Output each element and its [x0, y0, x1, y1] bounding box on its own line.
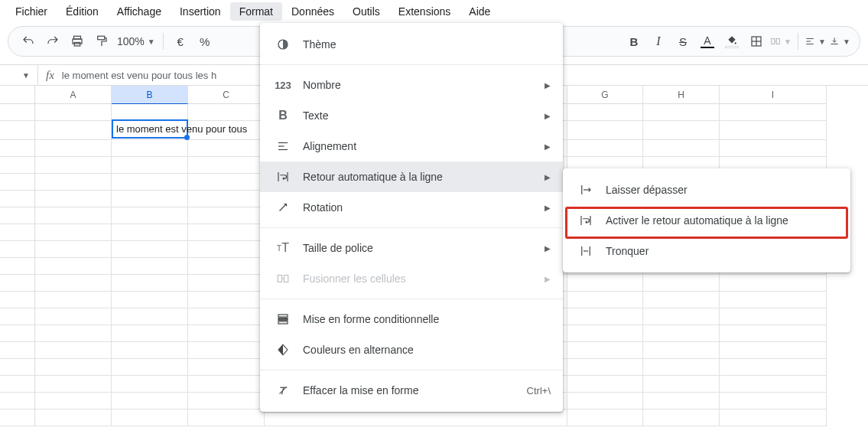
redo-button[interactable]	[42, 31, 63, 52]
row-header[interactable]	[0, 191, 35, 207]
cell[interactable]	[35, 207, 112, 224]
row-header[interactable]	[0, 121, 35, 140]
cell[interactable]	[720, 140, 827, 157]
cell[interactable]	[188, 275, 265, 292]
cell[interactable]	[188, 157, 265, 174]
row-header[interactable]	[0, 174, 35, 191]
cell[interactable]	[188, 342, 265, 359]
column-header-i[interactable]: I	[720, 86, 827, 104]
cell[interactable]	[188, 376, 265, 393]
undo-button[interactable]	[18, 31, 39, 52]
cell[interactable]	[35, 376, 112, 393]
cell[interactable]	[188, 308, 265, 325]
text-color-button[interactable]: A	[697, 31, 718, 52]
menu-insert[interactable]: Insertion	[171, 2, 230, 21]
print-button[interactable]	[67, 31, 88, 52]
cell[interactable]	[188, 224, 265, 241]
cell[interactable]	[567, 325, 643, 342]
zoom-dropdown[interactable]: 100%▼	[114, 35, 158, 47]
menu-item-wrapping[interactable]: Retour automatique à la ligne ▶	[260, 162, 563, 192]
cell[interactable]	[35, 241, 112, 258]
cell[interactable]	[643, 393, 720, 409]
cell[interactable]	[720, 409, 827, 426]
cell[interactable]	[720, 342, 827, 359]
cell[interactable]	[112, 241, 188, 258]
row-header[interactable]	[0, 308, 35, 325]
cell[interactable]	[720, 308, 827, 325]
menu-edit[interactable]: Édition	[57, 2, 108, 21]
cell[interactable]	[643, 342, 720, 359]
format-percent-button[interactable]: %	[194, 31, 216, 52]
cell[interactable]	[720, 393, 827, 409]
menu-tools[interactable]: Outils	[343, 2, 389, 21]
menu-item-rotation[interactable]: Rotation ▶	[260, 192, 563, 223]
row-header[interactable]	[0, 140, 35, 157]
cell[interactable]	[720, 376, 827, 393]
cell[interactable]	[112, 359, 188, 376]
cell[interactable]	[112, 104, 188, 121]
cell[interactable]	[35, 325, 112, 342]
cell[interactable]	[35, 308, 112, 325]
cell[interactable]	[35, 224, 112, 241]
cell[interactable]	[567, 393, 643, 409]
cell[interactable]	[567, 342, 643, 359]
cell[interactable]	[112, 308, 188, 325]
cell[interactable]	[643, 376, 720, 393]
bold-button[interactable]: B	[623, 31, 645, 52]
cell[interactable]	[188, 140, 265, 157]
menu-extensions[interactable]: Extensions	[389, 2, 460, 21]
cell[interactable]	[112, 393, 188, 409]
format-currency-button[interactable]: €	[170, 31, 191, 52]
merge-cells-button[interactable]: ▼	[770, 31, 792, 52]
cell[interactable]	[188, 393, 265, 409]
menu-view[interactable]: Affichage	[108, 2, 171, 21]
fill-handle[interactable]	[184, 135, 190, 140]
cell[interactable]	[35, 191, 112, 207]
cell[interactable]	[643, 409, 720, 426]
selected-cell-b3[interactable]: le moment est venu pour tous	[112, 119, 188, 139]
row-header[interactable]	[0, 376, 35, 393]
column-header-b[interactable]: B	[112, 86, 188, 104]
cell[interactable]	[35, 342, 112, 359]
row-header[interactable]	[0, 241, 35, 258]
menu-item-theme[interactable]: Thème	[260, 29, 563, 60]
cell[interactable]	[720, 292, 827, 308]
cell[interactable]	[112, 191, 188, 207]
cell[interactable]	[720, 121, 827, 140]
cell[interactable]	[188, 359, 265, 376]
fill-color-button[interactable]	[721, 31, 743, 52]
cell[interactable]	[188, 191, 265, 207]
menu-item-clear-format[interactable]: Effacer la mise en forme Ctrl+\	[260, 375, 563, 406]
row-header[interactable]	[0, 224, 35, 241]
cell[interactable]	[643, 121, 720, 140]
cell[interactable]	[112, 140, 188, 157]
column-header-a[interactable]: A	[35, 86, 112, 104]
cell[interactable]	[188, 104, 265, 121]
cell[interactable]	[112, 325, 188, 342]
cell[interactable]	[188, 325, 265, 342]
submenu-item-overflow[interactable]: Laisser dépasser	[563, 175, 850, 205]
cell[interactable]	[35, 174, 112, 191]
cell[interactable]	[567, 409, 643, 426]
cell[interactable]	[35, 104, 112, 121]
menu-item-number[interactable]: 123 Nombre ▶	[260, 70, 563, 100]
row-header[interactable]	[0, 409, 35, 426]
cell[interactable]	[643, 325, 720, 342]
row-header[interactable]	[0, 393, 35, 409]
cell[interactable]	[567, 376, 643, 393]
italic-button[interactable]: I	[648, 31, 669, 52]
row-header[interactable]	[0, 157, 35, 174]
vertical-align-button[interactable]: ▼	[829, 31, 850, 52]
column-header-g[interactable]: G	[567, 86, 643, 104]
menu-item-text[interactable]: B Texte ▶	[260, 100, 563, 131]
menu-file[interactable]: Fichier	[6, 2, 57, 21]
column-header-h[interactable]: H	[643, 86, 720, 104]
cell[interactable]	[720, 359, 827, 376]
borders-button[interactable]	[746, 31, 767, 52]
menu-item-conditional[interactable]: Mise en forme conditionnelle	[260, 304, 563, 334]
cell[interactable]	[112, 207, 188, 224]
cell[interactable]	[112, 342, 188, 359]
cell[interactable]	[35, 121, 112, 140]
menu-data[interactable]: Données	[282, 2, 343, 21]
cell[interactable]	[567, 292, 643, 308]
